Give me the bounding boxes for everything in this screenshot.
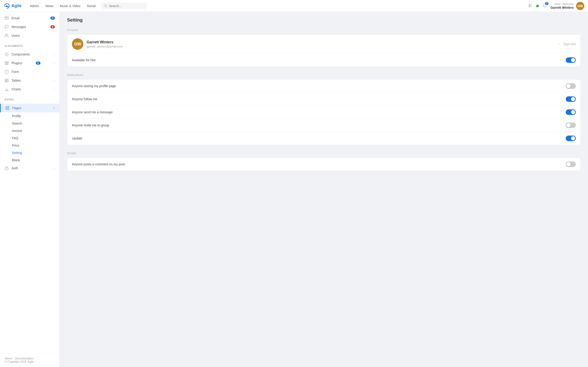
toggle-slider	[566, 57, 576, 63]
sidebar-item-components[interactable]: Components ›	[0, 50, 60, 59]
sidebar-extra-section: Pages ∧ Profile Search Invoice FAQ Price…	[0, 102, 60, 174]
main-content: Setting Account GW Garrett Winters garre…	[60, 12, 588, 367]
sidebar-item-pages[interactable]: Pages ∧	[0, 104, 60, 112]
avatar[interactable]: GW	[576, 2, 584, 10]
notif-message-toggle[interactable]	[566, 109, 576, 115]
profile-row: GW Garrett Winters garrett_winters@gmail…	[67, 35, 580, 54]
top-navigation: Agile Admin News Music & Video Social	[0, 0, 588, 12]
notif-group-row: Anyone invite me to group	[67, 119, 580, 132]
svg-rect-11	[5, 61, 6, 63]
sidebar-sub-invoice[interactable]: Invoice	[0, 127, 60, 134]
emails-section-label: Emails	[67, 151, 581, 155]
scissors-button[interactable]	[528, 3, 532, 8]
notif-update-toggle[interactable]	[566, 135, 576, 141]
svg-point-3	[529, 4, 530, 5]
avatar-image: GW	[576, 2, 584, 10]
svg-line-6	[531, 6, 532, 7]
notif-message-row: Anyone send me a message	[67, 106, 580, 119]
ui-elements-label: UI elements	[0, 42, 60, 48]
page-layout: Email 5 Messages 9 Users UI elements	[0, 12, 588, 367]
emails-card: Anyone posts a comment on my post	[67, 158, 581, 171]
sidebar-sub-blank[interactable]: Blank	[0, 156, 60, 164]
notif-follow-row: Anyone follow me	[67, 93, 580, 106]
toggle-slider-6	[566, 135, 576, 141]
sidebar-item-auth[interactable]: Auth ›	[0, 164, 60, 173]
sidebar-sub-faq[interactable]: FAQ	[0, 134, 60, 142]
nav-news[interactable]: News	[43, 3, 56, 9]
svg-point-9	[6, 34, 7, 35]
profile-info: Garrett Winters garrett_winters@gmail.co…	[86, 40, 123, 48]
account-section-label: Account	[67, 28, 581, 32]
footer-about-link[interactable]: About	[5, 357, 12, 360]
sidebar-pages-label: Pages	[12, 106, 21, 110]
toggle-slider-3	[566, 96, 576, 102]
email-icon	[5, 16, 9, 20]
svg-line-7	[530, 5, 530, 6]
sidebar-item-messages[interactable]: Messages 9	[0, 23, 60, 31]
notification-button[interactable]: 7	[543, 3, 547, 8]
svg-rect-29	[6, 109, 7, 110]
sidebar-form-label: Form	[11, 70, 19, 74]
user-menu[interactable]: Hello, Welcome Garrett Winters GW	[550, 2, 584, 10]
notifications-card: Anyone seeing my profile page Anyone fol…	[67, 79, 581, 145]
auth-icon	[5, 166, 9, 170]
available-for-hire-toggle[interactable]	[566, 57, 576, 63]
user-info: Hello, Welcome Garrett Winters	[550, 2, 574, 9]
app-logo-text: Agile	[11, 3, 22, 8]
sidebar-auth-label: Auth	[11, 166, 18, 170]
sign-out-button[interactable]: Sign Out	[563, 42, 576, 46]
footer-docs-link[interactable]: Documentation	[15, 357, 34, 360]
status-dot	[536, 5, 539, 7]
nav-links: Admin News Music & Video Social	[27, 3, 98, 9]
sidebar-sub-setting[interactable]: Setting	[0, 149, 60, 156]
profile-name: Garrett Winters	[86, 40, 123, 44]
search-box[interactable]	[101, 3, 147, 9]
notif-update-label: Update	[72, 136, 566, 140]
notification-badge: 7	[545, 2, 549, 5]
nav-admin[interactable]: Admin	[27, 3, 42, 9]
notif-follow-toggle[interactable]	[566, 96, 576, 102]
sidebar-charts-label: Charts	[11, 87, 21, 91]
pages-chevron-icon: ∧	[53, 107, 55, 110]
search-input[interactable]	[109, 4, 144, 8]
svg-marker-10	[5, 53, 9, 56]
app-logo[interactable]: Agile	[4, 3, 22, 9]
toggle-slider-7	[566, 161, 576, 167]
sidebar-item-charts[interactable]: Charts ›	[0, 85, 60, 94]
notif-message-label: Anyone send me a message	[72, 110, 566, 114]
profile-signout-area: Sign Out	[557, 42, 576, 46]
sidebar-item-users[interactable]: Users	[0, 31, 60, 40]
sidebar-item-email[interactable]: Email 5	[0, 14, 60, 23]
chevron-icon: ›	[54, 53, 55, 56]
search-icon	[104, 4, 107, 8]
sidebar-tables-label: Tables	[11, 79, 21, 82]
sidebar-sub-search[interactable]: Search	[0, 120, 60, 127]
sidebar-item-plugins[interactable]: Plugins 5 ›	[0, 59, 60, 67]
nav-social[interactable]: Social	[84, 3, 98, 9]
svg-point-0	[6, 5, 8, 7]
sidebar-sub-profile[interactable]: Profile	[0, 112, 60, 120]
form-chevron-icon: ›	[54, 70, 55, 73]
page-title: Setting	[67, 17, 581, 23]
sidebar-item-form[interactable]: Form ›	[0, 67, 60, 76]
email-comment-toggle[interactable]	[566, 161, 576, 167]
welcome-text: Hello, Welcome	[550, 2, 574, 6]
message-icon	[5, 25, 9, 29]
email-comment-row: Anyone posts a comment on my post	[67, 158, 580, 171]
notif-profile-label: Anyone seeing my profile page	[72, 84, 566, 88]
profile-avatar: GW	[72, 38, 83, 50]
notif-group-toggle[interactable]	[566, 123, 576, 128]
sidebar-plugins-label: Plugins	[11, 61, 22, 65]
sidebar-item-tables[interactable]: Tables ›	[0, 76, 60, 85]
profile-email: garrett_winters@gmail.com	[86, 45, 123, 48]
sidebar-sub-price[interactable]: Price	[0, 142, 60, 149]
notifications-section-label: Notifications	[67, 73, 581, 77]
notif-group-label: Anyone invite me to group	[72, 123, 566, 127]
svg-line-2	[106, 6, 107, 7]
sidebar-email-label: Email	[11, 16, 19, 20]
notif-profile-toggle[interactable]	[566, 83, 576, 89]
nav-music-video[interactable]: Music & Video	[57, 3, 83, 9]
email-badge: 5	[50, 17, 55, 20]
svg-rect-27	[8, 106, 9, 107]
plugins-chevron-icon: ›	[54, 62, 55, 65]
